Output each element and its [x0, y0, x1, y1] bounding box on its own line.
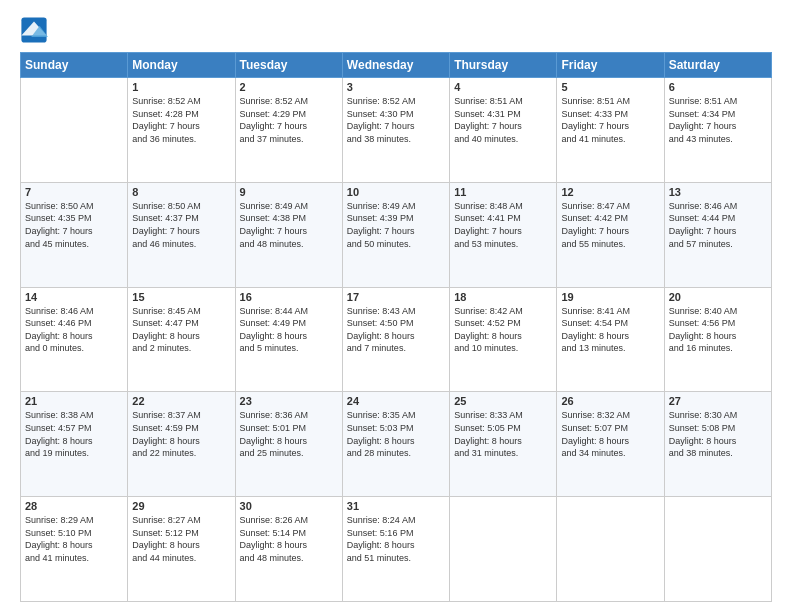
cell-text: Sunrise: 8:32 AMSunset: 5:07 PMDaylight:…	[561, 409, 659, 459]
cell-text: Sunrise: 8:30 AMSunset: 5:08 PMDaylight:…	[669, 409, 767, 459]
calendar-cell: 14Sunrise: 8:46 AMSunset: 4:46 PMDayligh…	[21, 287, 128, 392]
day-number: 9	[240, 186, 338, 198]
cell-text: Sunrise: 8:26 AMSunset: 5:14 PMDaylight:…	[240, 514, 338, 564]
day-number: 25	[454, 395, 552, 407]
day-number: 29	[132, 500, 230, 512]
calendar-cell: 21Sunrise: 8:38 AMSunset: 4:57 PMDayligh…	[21, 392, 128, 497]
day-number: 15	[132, 291, 230, 303]
calendar-cell: 16Sunrise: 8:44 AMSunset: 4:49 PMDayligh…	[235, 287, 342, 392]
calendar-cell: 26Sunrise: 8:32 AMSunset: 5:07 PMDayligh…	[557, 392, 664, 497]
calendar-cell: 13Sunrise: 8:46 AMSunset: 4:44 PMDayligh…	[664, 182, 771, 287]
day-number: 5	[561, 81, 659, 93]
logo	[20, 16, 52, 44]
day-number: 4	[454, 81, 552, 93]
page: SundayMondayTuesdayWednesdayThursdayFrid…	[0, 0, 792, 612]
day-number: 28	[25, 500, 123, 512]
calendar-cell: 30Sunrise: 8:26 AMSunset: 5:14 PMDayligh…	[235, 497, 342, 602]
calendar-cell: 31Sunrise: 8:24 AMSunset: 5:16 PMDayligh…	[342, 497, 449, 602]
cell-text: Sunrise: 8:29 AMSunset: 5:10 PMDaylight:…	[25, 514, 123, 564]
day-number: 18	[454, 291, 552, 303]
day-number: 22	[132, 395, 230, 407]
calendar-cell: 23Sunrise: 8:36 AMSunset: 5:01 PMDayligh…	[235, 392, 342, 497]
calendar-cell: 2Sunrise: 8:52 AMSunset: 4:29 PMDaylight…	[235, 78, 342, 183]
day-number: 20	[669, 291, 767, 303]
cell-text: Sunrise: 8:27 AMSunset: 5:12 PMDaylight:…	[132, 514, 230, 564]
calendar-cell: 17Sunrise: 8:43 AMSunset: 4:50 PMDayligh…	[342, 287, 449, 392]
calendar-cell: 9Sunrise: 8:49 AMSunset: 4:38 PMDaylight…	[235, 182, 342, 287]
calendar-cell: 18Sunrise: 8:42 AMSunset: 4:52 PMDayligh…	[450, 287, 557, 392]
day-number: 6	[669, 81, 767, 93]
logo-icon	[20, 16, 48, 44]
day-number: 7	[25, 186, 123, 198]
calendar-cell: 7Sunrise: 8:50 AMSunset: 4:35 PMDaylight…	[21, 182, 128, 287]
day-number: 3	[347, 81, 445, 93]
calendar-cell: 15Sunrise: 8:45 AMSunset: 4:47 PMDayligh…	[128, 287, 235, 392]
calendar-cell: 20Sunrise: 8:40 AMSunset: 4:56 PMDayligh…	[664, 287, 771, 392]
calendar-week-row: 7Sunrise: 8:50 AMSunset: 4:35 PMDaylight…	[21, 182, 772, 287]
day-number: 12	[561, 186, 659, 198]
cell-text: Sunrise: 8:24 AMSunset: 5:16 PMDaylight:…	[347, 514, 445, 564]
cell-text: Sunrise: 8:51 AMSunset: 4:33 PMDaylight:…	[561, 95, 659, 145]
cell-text: Sunrise: 8:43 AMSunset: 4:50 PMDaylight:…	[347, 305, 445, 355]
cell-text: Sunrise: 8:45 AMSunset: 4:47 PMDaylight:…	[132, 305, 230, 355]
cell-text: Sunrise: 8:49 AMSunset: 4:38 PMDaylight:…	[240, 200, 338, 250]
day-number: 23	[240, 395, 338, 407]
day-number: 30	[240, 500, 338, 512]
day-number: 13	[669, 186, 767, 198]
calendar-cell: 3Sunrise: 8:52 AMSunset: 4:30 PMDaylight…	[342, 78, 449, 183]
calendar-week-row: 28Sunrise: 8:29 AMSunset: 5:10 PMDayligh…	[21, 497, 772, 602]
calendar-header-row: SundayMondayTuesdayWednesdayThursdayFrid…	[21, 53, 772, 78]
calendar-cell: 24Sunrise: 8:35 AMSunset: 5:03 PMDayligh…	[342, 392, 449, 497]
calendar-cell: 6Sunrise: 8:51 AMSunset: 4:34 PMDaylight…	[664, 78, 771, 183]
calendar-cell: 28Sunrise: 8:29 AMSunset: 5:10 PMDayligh…	[21, 497, 128, 602]
cell-text: Sunrise: 8:52 AMSunset: 4:29 PMDaylight:…	[240, 95, 338, 145]
calendar-cell: 11Sunrise: 8:48 AMSunset: 4:41 PMDayligh…	[450, 182, 557, 287]
calendar-day-header: Sunday	[21, 53, 128, 78]
cell-text: Sunrise: 8:52 AMSunset: 4:28 PMDaylight:…	[132, 95, 230, 145]
day-number: 11	[454, 186, 552, 198]
day-number: 24	[347, 395, 445, 407]
day-number: 8	[132, 186, 230, 198]
cell-text: Sunrise: 8:51 AMSunset: 4:34 PMDaylight:…	[669, 95, 767, 145]
cell-text: Sunrise: 8:41 AMSunset: 4:54 PMDaylight:…	[561, 305, 659, 355]
calendar-cell: 8Sunrise: 8:50 AMSunset: 4:37 PMDaylight…	[128, 182, 235, 287]
calendar-cell	[557, 497, 664, 602]
cell-text: Sunrise: 8:44 AMSunset: 4:49 PMDaylight:…	[240, 305, 338, 355]
calendar-cell: 22Sunrise: 8:37 AMSunset: 4:59 PMDayligh…	[128, 392, 235, 497]
calendar-week-row: 14Sunrise: 8:46 AMSunset: 4:46 PMDayligh…	[21, 287, 772, 392]
cell-text: Sunrise: 8:49 AMSunset: 4:39 PMDaylight:…	[347, 200, 445, 250]
day-number: 16	[240, 291, 338, 303]
calendar-table: SundayMondayTuesdayWednesdayThursdayFrid…	[20, 52, 772, 602]
calendar-day-header: Monday	[128, 53, 235, 78]
cell-text: Sunrise: 8:37 AMSunset: 4:59 PMDaylight:…	[132, 409, 230, 459]
cell-text: Sunrise: 8:46 AMSunset: 4:44 PMDaylight:…	[669, 200, 767, 250]
calendar-cell: 12Sunrise: 8:47 AMSunset: 4:42 PMDayligh…	[557, 182, 664, 287]
calendar-day-header: Tuesday	[235, 53, 342, 78]
day-number: 21	[25, 395, 123, 407]
cell-text: Sunrise: 8:33 AMSunset: 5:05 PMDaylight:…	[454, 409, 552, 459]
calendar-cell: 5Sunrise: 8:51 AMSunset: 4:33 PMDaylight…	[557, 78, 664, 183]
calendar-week-row: 21Sunrise: 8:38 AMSunset: 4:57 PMDayligh…	[21, 392, 772, 497]
calendar-cell	[21, 78, 128, 183]
cell-text: Sunrise: 8:50 AMSunset: 4:37 PMDaylight:…	[132, 200, 230, 250]
calendar-cell: 27Sunrise: 8:30 AMSunset: 5:08 PMDayligh…	[664, 392, 771, 497]
day-number: 26	[561, 395, 659, 407]
cell-text: Sunrise: 8:52 AMSunset: 4:30 PMDaylight:…	[347, 95, 445, 145]
day-number: 27	[669, 395, 767, 407]
cell-text: Sunrise: 8:42 AMSunset: 4:52 PMDaylight:…	[454, 305, 552, 355]
cell-text: Sunrise: 8:36 AMSunset: 5:01 PMDaylight:…	[240, 409, 338, 459]
cell-text: Sunrise: 8:48 AMSunset: 4:41 PMDaylight:…	[454, 200, 552, 250]
cell-text: Sunrise: 8:47 AMSunset: 4:42 PMDaylight:…	[561, 200, 659, 250]
cell-text: Sunrise: 8:40 AMSunset: 4:56 PMDaylight:…	[669, 305, 767, 355]
calendar-day-header: Thursday	[450, 53, 557, 78]
cell-text: Sunrise: 8:51 AMSunset: 4:31 PMDaylight:…	[454, 95, 552, 145]
calendar-day-header: Wednesday	[342, 53, 449, 78]
cell-text: Sunrise: 8:46 AMSunset: 4:46 PMDaylight:…	[25, 305, 123, 355]
cell-text: Sunrise: 8:50 AMSunset: 4:35 PMDaylight:…	[25, 200, 123, 250]
calendar-day-header: Friday	[557, 53, 664, 78]
calendar-cell: 19Sunrise: 8:41 AMSunset: 4:54 PMDayligh…	[557, 287, 664, 392]
day-number: 14	[25, 291, 123, 303]
cell-text: Sunrise: 8:38 AMSunset: 4:57 PMDaylight:…	[25, 409, 123, 459]
day-number: 2	[240, 81, 338, 93]
calendar-week-row: 1Sunrise: 8:52 AMSunset: 4:28 PMDaylight…	[21, 78, 772, 183]
